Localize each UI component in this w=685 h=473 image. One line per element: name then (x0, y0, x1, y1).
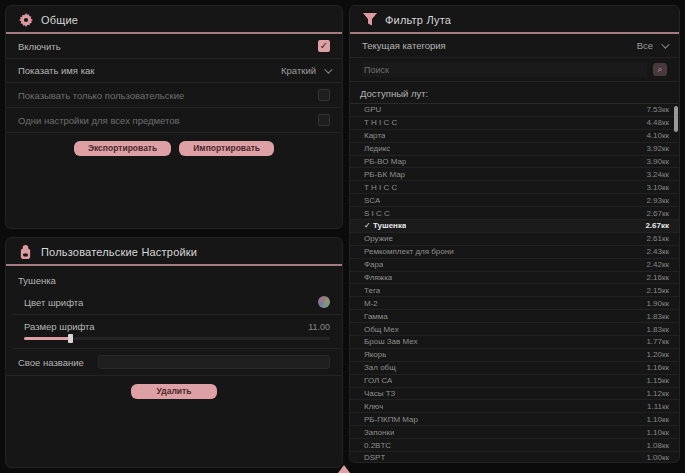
setting-row-same-for-all: Одни настройки для всех предметов (6, 108, 342, 133)
loot-item-value: 3.10кк (646, 183, 669, 192)
user-settings-title: Пользовательские Настройки (41, 246, 197, 258)
loot-list-item[interactable]: Оружие2.61кк (350, 233, 679, 246)
loot-item-value: 2.42кк (646, 260, 669, 269)
scrollbar-thumb[interactable] (674, 106, 678, 132)
loot-item-name: T H I C C (364, 118, 397, 127)
loot-list-item[interactable]: Гамма1.83кк (350, 310, 679, 323)
loot-item-name: Ремкомплект для брони (364, 247, 454, 256)
loot-list-item[interactable]: SCA2.93кк (350, 194, 679, 207)
user-settings-header: Пользовательские Настройки (6, 238, 342, 266)
right-column: Фильтр Лута Текущая категория Все ⌕ Дост… (349, 5, 680, 468)
loot-item-name: Ледикс (364, 144, 390, 153)
loot-list-item[interactable]: Часы ТЗ1.12кк (350, 388, 679, 401)
loot-item-name: РБ-БК Мар (364, 170, 405, 179)
loot-list-item[interactable]: GPU7.53кк (350, 104, 679, 117)
loot-item-value: 1.83кк (646, 325, 669, 334)
loot-item-name: Карта (364, 131, 385, 140)
loot-item-name: 0.2BTC (364, 441, 391, 450)
category-label: Текущая категория (362, 40, 446, 51)
category-select[interactable]: Все (637, 40, 667, 51)
loot-item-value: 1.00кк (646, 453, 669, 462)
loot-list-item[interactable]: Фара2.42кк (350, 259, 679, 272)
loot-item-name: Фляжка (364, 273, 392, 282)
loot-list-item[interactable]: Брош Зав Мех1.77кк (350, 336, 679, 349)
loot-item-name: Тега (364, 286, 380, 295)
loot-list-item[interactable]: ГОЛ СА1.15кк (350, 375, 679, 388)
loot-item-name: Часы ТЗ (364, 389, 395, 398)
loot-list-item[interactable]: Запонки1.10кк (350, 426, 679, 439)
same-for-all-checkbox[interactable] (318, 114, 330, 126)
same-for-all-label: Одни настройки для всех предметов (18, 115, 180, 126)
font-color-row: Цвет шрифта (12, 290, 342, 315)
loot-item-name: М-2 (364, 299, 378, 308)
chevron-down-icon (324, 65, 332, 73)
color-picker-icon[interactable] (318, 296, 330, 308)
loot-item-value: 1.11кк (647, 402, 669, 411)
loot-list-item[interactable]: Фляжка2.16кк (350, 272, 679, 285)
setting-row-enable: Включить ✓ (6, 34, 342, 59)
loot-item-value: 1.10кк (646, 415, 669, 424)
loot-item-value: 2.93кк (646, 196, 669, 205)
loot-list-item[interactable]: Ледикс3.92кк (350, 143, 679, 156)
loot-list-item[interactable]: М-21.90кк (350, 297, 679, 310)
loot-list-item[interactable]: РБ-БК Мар3.24кк (350, 168, 679, 181)
loot-list-item[interactable]: Зал общ1.16кк (350, 362, 679, 375)
loot-item-value: 1.90кк (646, 299, 669, 308)
name-display-label: Показать имя как (18, 65, 94, 76)
search-icon[interactable]: ⌕ (653, 63, 667, 76)
loot-item-value: 1.77кк (646, 337, 669, 346)
loot-list-item[interactable]: S I C C2.67кк (350, 207, 679, 220)
export-button[interactable]: Экспортировать (74, 141, 171, 156)
loot-item-name: Зал общ (364, 363, 396, 372)
loot-list-item[interactable]: Общ Мех1.83кк (350, 323, 679, 336)
import-export-row: Экспортировать Импортировать (6, 133, 342, 164)
loot-list-item[interactable]: DSPT1.00кк (350, 452, 679, 462)
loot-item-value: 4.48кк (646, 118, 669, 127)
loot-item-value: 2.43кк (646, 247, 669, 256)
loot-list-item[interactable]: T H I C C4.48кк (350, 117, 679, 130)
loot-list-item[interactable]: Ключ1.11кк (350, 400, 679, 413)
loot-list-item[interactable]: Якорь1.20кк (350, 349, 679, 362)
custom-name-row: Свое название (6, 349, 342, 376)
only-custom-label: Показывать только пользовательские (18, 90, 184, 101)
loot-list-item[interactable]: T H I C C3.10кк (350, 181, 679, 194)
loot-list-item[interactable]: РБ-ВО Мар3.90кк (350, 156, 679, 169)
loot-list-item[interactable]: Карта4.10кк (350, 130, 679, 143)
font-size-row: Размер шрифта 11.00 (12, 315, 342, 349)
custom-name-input[interactable] (98, 355, 330, 369)
loot-item-value: 3.92кк (646, 144, 669, 153)
loot-item-name: Ключ (364, 402, 383, 411)
loot-list-item[interactable]: 0.2BTC1.08кк (350, 439, 679, 452)
gear-icon (18, 12, 33, 27)
left-column: Общие Включить ✓ Показать имя как Кратки… (5, 5, 343, 468)
font-color-label: Цвет шрифта (24, 297, 83, 308)
loot-item-value: 3.24кк (646, 170, 669, 179)
font-size-slider[interactable] (24, 337, 330, 340)
loot-list-item[interactable]: Тушенка2.67кк (350, 220, 679, 233)
loot-item-name: T H I C C (364, 183, 397, 192)
search-input[interactable] (362, 62, 647, 77)
chevron-down-icon (661, 40, 669, 48)
search-row: ⌕ (350, 58, 679, 82)
loot-item-name: GPU (364, 105, 381, 114)
import-button[interactable]: Импортировать (179, 141, 274, 156)
panel-resize-handle[interactable] (338, 465, 350, 473)
general-panel-title: Общие (41, 14, 78, 26)
slider-handle[interactable] (68, 334, 73, 343)
loot-item-name: РБ-ВО Мар (364, 157, 406, 166)
font-size-label: Размер шрифта (24, 321, 95, 332)
loot-list-item[interactable]: Тега2.15кк (350, 284, 679, 297)
backpack-icon (18, 244, 33, 259)
loot-list-item[interactable]: Ремкомплект для брони2.43кк (350, 246, 679, 259)
name-display-select[interactable]: Краткий (281, 65, 330, 76)
loot-item-name: Оружие (364, 234, 393, 243)
loot-item-value: 2.67кк (646, 209, 669, 218)
delete-button[interactable]: Удалить (131, 384, 218, 399)
loot-list-item[interactable]: РБ-ПКПМ Мар1.10кк (350, 413, 679, 426)
only-custom-checkbox[interactable] (318, 89, 330, 101)
loot-item-value: 1.20кк (646, 350, 669, 359)
delete-row: Удалить (6, 376, 342, 407)
selected-item-name: Тушенка (6, 266, 342, 290)
enable-checkbox[interactable]: ✓ (318, 40, 330, 52)
loot-item-value: 2.15кк (646, 286, 669, 295)
